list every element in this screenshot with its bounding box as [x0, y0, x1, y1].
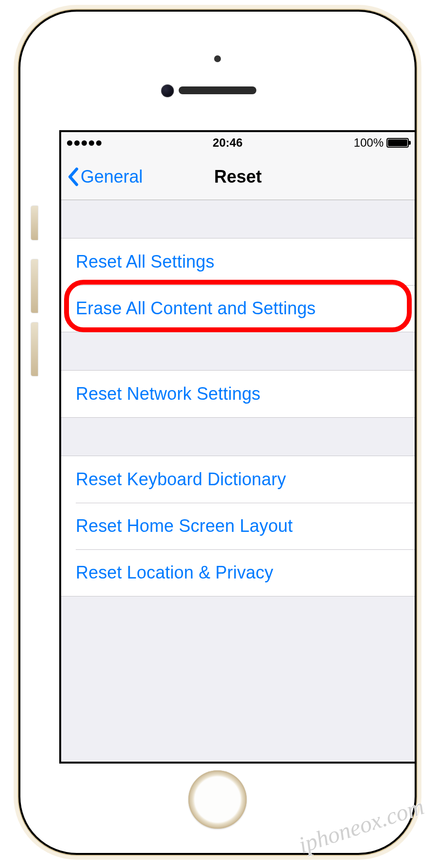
signal-strength: [67, 140, 101, 146]
row-label: Reset Network Settings: [76, 384, 261, 404]
earpiece-speaker: [179, 86, 256, 94]
volume-up-button[interactable]: [31, 259, 38, 313]
navigation-bar: General Reset: [61, 153, 415, 200]
erase-all-content-row[interactable]: Erase All Content and Settings: [61, 285, 415, 332]
home-button[interactable]: [188, 770, 247, 829]
row-label: Reset All Settings: [76, 252, 215, 272]
status-bar: 20:46 100%: [61, 132, 415, 153]
settings-group-1: Reset All Settings Erase All Content and…: [61, 238, 415, 332]
section-spacer: [61, 200, 415, 238]
battery-icon: [386, 138, 409, 148]
row-label: Erase All Content and Settings: [76, 298, 316, 319]
reset-network-row[interactable]: Reset Network Settings: [61, 371, 415, 417]
screen: 20:46 100% General Reset Reset All Setti…: [59, 130, 417, 764]
settings-group-3: Reset Keyboard Dictionary Reset Home Scr…: [61, 456, 415, 596]
reset-location-row[interactable]: Reset Location & Privacy: [61, 549, 415, 596]
status-battery: 100%: [354, 136, 409, 150]
mute-switch[interactable]: [31, 206, 38, 240]
reset-keyboard-row[interactable]: Reset Keyboard Dictionary: [61, 456, 415, 503]
row-label: Reset Keyboard Dictionary: [76, 469, 286, 490]
settings-group-2: Reset Network Settings: [61, 370, 415, 418]
row-label: Reset Home Screen Layout: [76, 516, 293, 536]
status-time: 20:46: [213, 136, 242, 150]
section-spacer: [61, 418, 415, 456]
reset-home-row[interactable]: Reset Home Screen Layout: [61, 503, 415, 549]
section-spacer: [61, 332, 415, 370]
reset-all-settings-row[interactable]: Reset All Settings: [61, 238, 415, 285]
volume-down-button[interactable]: [31, 323, 38, 376]
row-label: Reset Location & Privacy: [76, 562, 273, 583]
front-camera-dot: [214, 55, 221, 62]
back-button[interactable]: General: [67, 167, 143, 187]
phone-frame: 20:46 100% General Reset Reset All Setti…: [18, 10, 417, 855]
battery-percent-label: 100%: [354, 136, 384, 150]
back-label: General: [81, 167, 143, 187]
chevron-left-icon: [67, 167, 79, 187]
proximity-sensor: [161, 85, 174, 97]
